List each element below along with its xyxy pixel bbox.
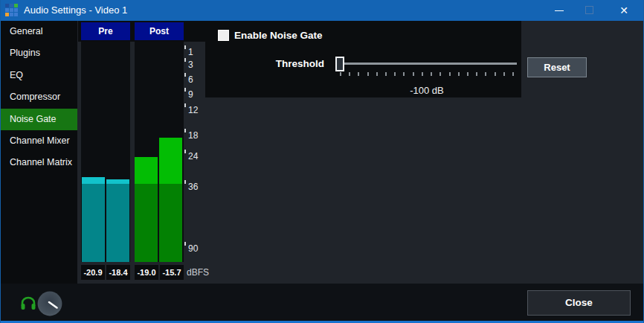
sidebar-item-compressor[interactable]: Compressor	[1, 86, 77, 108]
titlebar: Audio Settings - Video 1 ✕	[1, 0, 643, 21]
post-meter-box	[135, 42, 184, 262]
window-title: Audio Settings - Video 1	[24, 0, 127, 21]
sidebar-item-channel-matrix[interactable]: Channel Matrix	[1, 152, 77, 173]
pre-meter-header: Pre	[81, 22, 130, 40]
scale-label: 36	[188, 182, 198, 192]
reset-button[interactable]: Reset	[527, 57, 587, 77]
dbfs-unit-label: dBFS	[187, 265, 209, 280]
pre-meter-bar-right	[106, 179, 129, 262]
threshold-slider-track[interactable]	[337, 63, 517, 65]
settings-sidebar: General Plugins EQ Compressor Noise Gate…	[1, 21, 77, 321]
post-meter-bar-right	[159, 138, 182, 262]
enable-noise-gate-label: Enable Noise Gate	[234, 30, 323, 41]
sidebar-item-plugins[interactable]: Plugins	[1, 42, 77, 64]
post-left-reading: -19.0	[135, 265, 158, 280]
post-meter-bar-left	[135, 157, 158, 262]
scale-label: 12	[188, 105, 198, 115]
threshold-slider-thumb[interactable]	[335, 57, 344, 71]
close-button[interactable]: Close	[527, 290, 631, 316]
minimize-button[interactable]	[547, 0, 572, 21]
maximize-button[interactable]	[577, 0, 602, 21]
scale-label: 24	[188, 151, 198, 162]
minimize-icon	[555, 10, 564, 11]
close-window-button[interactable]: ✕	[611, 0, 637, 21]
threshold-label: Threshold	[254, 58, 324, 69]
enable-noise-gate-checkbox[interactable]	[218, 30, 229, 41]
pre-meter-bar-left	[82, 177, 105, 262]
post-right-reading: -15.7	[160, 265, 184, 280]
audio-settings-window: Audio Settings - Video 1 ✕ General Plugi…	[0, 0, 644, 323]
volume-knob[interactable]	[37, 291, 62, 316]
app-icon	[5, 4, 18, 16]
pre-left-reading: -20.9	[81, 265, 105, 280]
scale-label: 9	[188, 89, 193, 100]
threshold-slider-ticks	[340, 72, 514, 77]
scale-label: 1	[188, 47, 193, 57]
scale-label: 18	[188, 130, 198, 141]
pre-right-reading: -18.4	[106, 265, 130, 280]
threshold-value: -100 dB	[337, 85, 517, 96]
sidebar-item-noise-gate[interactable]: Noise Gate	[1, 109, 77, 130]
sidebar-item-channel-mixer[interactable]: Channel Mixer	[1, 130, 77, 152]
headphones-icon[interactable]	[20, 295, 36, 310]
sidebar-item-eq[interactable]: EQ	[1, 65, 77, 86]
sidebar-item-general[interactable]: General	[1, 21, 77, 42]
maximize-icon	[585, 6, 593, 14]
scale-label: 3	[188, 60, 193, 70]
scale-label: 6	[188, 74, 193, 85]
post-meter-header: Post	[135, 22, 184, 40]
scale-label: 90	[188, 243, 198, 254]
pre-meter-box	[81, 42, 130, 262]
